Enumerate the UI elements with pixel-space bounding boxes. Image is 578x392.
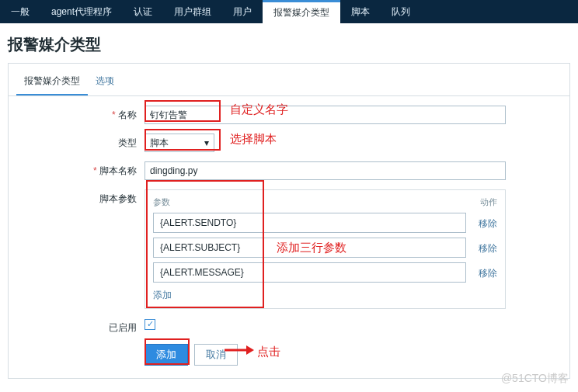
name-label: 名称 xyxy=(24,106,144,122)
param-row: 移除 xyxy=(153,238,497,258)
remove-link-2[interactable]: 移除 xyxy=(466,262,497,283)
tabs: 报警媒介类型 选项 xyxy=(9,70,569,96)
nav-queue[interactable]: 队列 xyxy=(381,0,421,23)
tab-mediatype[interactable]: 报警媒介类型 xyxy=(16,70,88,95)
param-row: 移除 xyxy=(153,213,497,233)
nav-auth[interactable]: 认证 xyxy=(123,0,163,23)
remove-link-1[interactable]: 移除 xyxy=(466,238,497,258)
type-select-value: 脚本 xyxy=(150,137,169,150)
params-header-action: 动作 xyxy=(466,196,497,208)
params-box: 参数 动作 移除 移除 移除 添加 xyxy=(144,189,506,309)
nav-scripts[interactable]: 脚本 xyxy=(340,0,381,23)
type-select[interactable]: 脚本 ▾ xyxy=(144,134,214,152)
enabled-checkbox[interactable]: ✓ xyxy=(144,319,155,330)
nav-agent[interactable]: agent代理程序 xyxy=(40,0,123,23)
submit-button[interactable]: 添加 xyxy=(144,344,188,366)
form: 名称 类型 脚本 ▾ 脚本名称 脚本参数 参数 动作 xyxy=(9,96,569,378)
remove-link-0[interactable]: 移除 xyxy=(466,213,497,233)
param-input-2[interactable] xyxy=(153,262,466,283)
scriptname-label: 脚本名称 xyxy=(24,161,144,178)
page-title: 报警媒介类型 xyxy=(0,23,578,63)
param-input-1[interactable] xyxy=(153,238,466,258)
params-header: 参数 动作 xyxy=(153,196,497,208)
top-navigation: 一般 agent代理程序 认证 用户群组 用户 报警媒介类型 脚本 队列 xyxy=(0,0,578,23)
enabled-label: 已启用 xyxy=(24,318,144,335)
nav-mediatypes[interactable]: 报警媒介类型 xyxy=(263,0,340,23)
form-panel: 报警媒介类型 选项 名称 类型 脚本 ▾ 脚本名称 脚本参数 xyxy=(8,63,570,379)
params-header-param: 参数 xyxy=(153,196,466,208)
add-param-link[interactable]: 添加 xyxy=(153,287,497,302)
nav-usergroups[interactable]: 用户群组 xyxy=(163,0,222,23)
param-input-0[interactable] xyxy=(153,213,466,233)
type-label: 类型 xyxy=(24,134,144,150)
nav-general[interactable]: 一般 xyxy=(0,0,40,23)
tab-options[interactable]: 选项 xyxy=(88,70,122,95)
nav-users[interactable]: 用户 xyxy=(222,0,263,23)
param-row: 移除 xyxy=(153,262,497,283)
scriptname-input[interactable] xyxy=(144,161,506,180)
watermark: @51CTO博客 xyxy=(501,372,569,386)
name-input[interactable] xyxy=(144,106,506,124)
cancel-button[interactable]: 取消 xyxy=(194,344,238,366)
params-label: 脚本参数 xyxy=(24,189,144,206)
chevron-down-icon: ▾ xyxy=(204,137,209,148)
